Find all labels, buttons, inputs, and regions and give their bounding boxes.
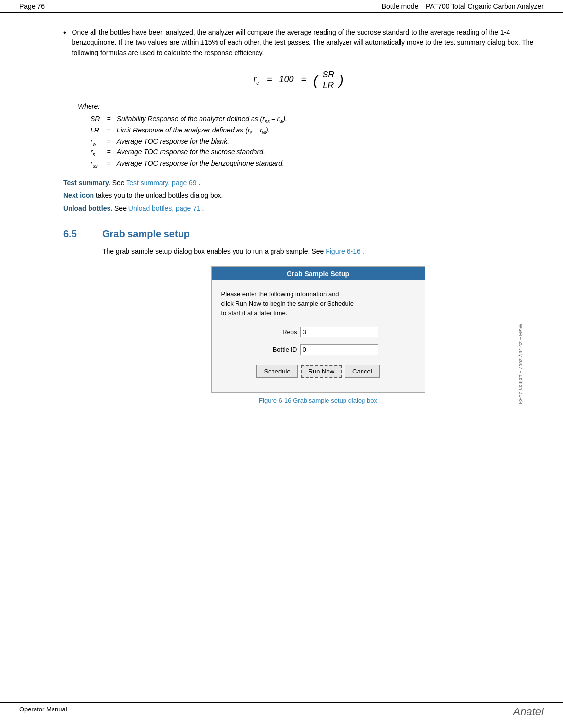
sidebar-watermark: WGM – 25 July 2007 – Edition D1-d4	[518, 324, 523, 405]
bullet-text: Once all the bottles have been analyzed,…	[72, 27, 534, 58]
formula-fraction: SR LR	[321, 70, 335, 91]
page-header: Page 76 Bottle mode – PAT700 Total Organ…	[0, 0, 563, 13]
def-term-rw: rw	[88, 136, 103, 148]
def-term-rss: rss	[88, 158, 103, 169]
reps-input[interactable]	[300, 327, 378, 337]
next-icon-line: Next icon takes you to the unload bottle…	[63, 190, 534, 201]
formula-paren-open: (	[313, 73, 318, 88]
def-text-sr: Suitability Response of the analyzer def…	[115, 114, 290, 125]
grab-sample-dialog: Grab Sample Setup Please enter the follo…	[211, 266, 425, 393]
dialog-title-bar: Grab Sample Setup	[212, 267, 425, 280]
section-heading-65: 6.5 Grab sample setup	[63, 228, 534, 240]
formula-eq1: =	[262, 75, 277, 84]
bullet-dot: •	[63, 28, 66, 37]
page-footer: Operator Manual Anatel	[0, 702, 563, 718]
unload-bottles-line: Unload bottles. See Unload bottles, page…	[63, 203, 534, 214]
def-row-sr: SR = Suitability Response of the analyze…	[88, 114, 290, 125]
page-number: Page 76	[19, 2, 45, 10]
section-body-65: The grab sample setup dialog box enables…	[102, 246, 534, 404]
def-eq-lr: =	[103, 125, 114, 136]
def-row-rw: rw = Average TOC response for the blank.	[88, 136, 290, 148]
def-eq-rs: =	[103, 147, 114, 158]
unload-bottles-label: Unload bottles.	[63, 205, 112, 212]
test-summary-line: Test summary. See Test summary, page 69 …	[63, 177, 534, 188]
section-intro-text: The grab sample setup dialog box enables…	[102, 247, 326, 255]
def-row-lr: LR = Limit Response of the analyzer defi…	[88, 125, 290, 136]
dialog-buttons: Schedule Run Now Cancel	[221, 365, 415, 383]
bottle-id-label: Bottle ID	[258, 346, 297, 353]
cancel-button[interactable]: Cancel	[345, 365, 379, 378]
schedule-button[interactable]: Schedule	[256, 365, 297, 378]
formula-paren-close: )	[339, 73, 343, 88]
def-text-rss: Average TOC response for the benzoquinon…	[115, 158, 290, 169]
page-title: Bottle mode – PAT700 Total Organic Carbo…	[382, 2, 544, 10]
def-term-sr: SR	[88, 114, 103, 125]
bullet-item: • Once all the bottles have been analyze…	[63, 27, 534, 58]
dialog-instruction: Please enter the following information a…	[221, 289, 415, 318]
test-summary-text: See	[112, 179, 127, 187]
def-text-lr: Limit Response of the analyzer defined a…	[115, 125, 290, 136]
def-eq-rw: =	[103, 136, 114, 148]
bottle-id-field-row: Bottle ID	[221, 344, 415, 355]
footer-left: Operator Manual	[19, 706, 67, 718]
def-text-rw: Average TOC response for the blank.	[115, 136, 290, 148]
bottle-id-input[interactable]	[300, 344, 378, 355]
formula-numerator: SR	[321, 70, 335, 80]
figure-caption: Figure 6-16 Grab sample setup dialog box	[259, 397, 377, 404]
section-intro-end: .	[363, 247, 364, 255]
section-number: 6.5	[63, 228, 102, 240]
definition-table: SR = Suitability Response of the analyze…	[88, 114, 290, 169]
test-summary-period: .	[199, 179, 200, 187]
dialog-body: Please enter the following information a…	[212, 280, 425, 392]
def-term-lr: LR	[88, 125, 103, 136]
def-eq-sr: =	[103, 114, 114, 125]
test-summary-link[interactable]: Test summary, page 69	[126, 179, 196, 187]
next-icon-text: takes you to the unload bottles dialog b…	[96, 191, 223, 199]
section-title: Grab sample setup	[102, 228, 190, 240]
formula-re: re	[254, 75, 259, 84]
reps-label: Reps	[258, 328, 297, 336]
reps-field-row: Reps	[221, 327, 415, 337]
def-text-rs: Average TOC response for the sucrose sta…	[115, 147, 290, 158]
section-intro-link[interactable]: Figure 6-16	[326, 247, 361, 255]
formula-eq2: =	[296, 75, 311, 84]
where-section: Where: SR = Suitability Response of the …	[78, 102, 534, 169]
run-now-button[interactable]: Run Now	[301, 365, 342, 378]
def-eq-rss: =	[103, 158, 114, 169]
unload-bottles-period: .	[202, 205, 204, 212]
main-content: • Once all the bottles have been analyze…	[0, 13, 563, 427]
unload-bottles-text: See	[114, 205, 128, 212]
formula-100: 100	[279, 75, 293, 84]
dialog-wrapper: Grab Sample Setup Please enter the follo…	[102, 266, 534, 404]
footer-right: Anatel	[513, 706, 544, 718]
next-icon-label: Next icon	[63, 191, 94, 199]
formula-block: re = 100 = ( SR LR )	[63, 70, 534, 91]
def-row-rs: rs = Average TOC response for the sucros…	[88, 147, 290, 158]
formula-denominator: LR	[322, 80, 335, 91]
def-row-rss: rss = Average TOC response for the benzo…	[88, 158, 290, 169]
def-term-rs: rs	[88, 147, 103, 158]
section-intro: The grab sample setup dialog box enables…	[102, 246, 534, 257]
test-summary-label: Test summary.	[63, 179, 110, 187]
where-label: Where:	[78, 102, 534, 110]
unload-bottles-link[interactable]: Unload bottles, page 71	[128, 205, 200, 212]
bullet-section: • Once all the bottles have been analyze…	[63, 27, 534, 58]
